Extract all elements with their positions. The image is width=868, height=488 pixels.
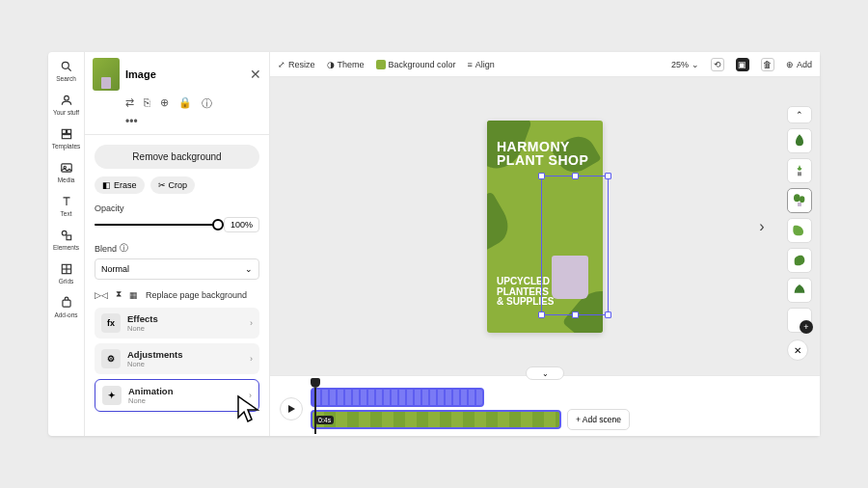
align-button[interactable]: ≡Align — [468, 60, 495, 69]
svg-point-16 — [800, 196, 804, 203]
timeline: ⌄ 0:4s + Add scene — [270, 375, 820, 436]
thumb-leaf-3[interactable] — [787, 248, 812, 273]
remove-background-button[interactable]: Remove background — [95, 145, 259, 169]
delete-button[interactable]: 🗑 — [761, 58, 774, 71]
chevron-right-icon: › — [250, 318, 253, 328]
svg-rect-9 — [67, 235, 71, 240]
canvas-toolbar: ⤢Resize ◑Theme Background color ≡Align 2… — [270, 52, 820, 77]
opacity-value[interactable]: 100% — [224, 217, 259, 232]
plus-icon: + — [800, 320, 813, 334]
add-scene-button[interactable]: + Add scene — [567, 409, 630, 430]
chevron-right-icon: › — [250, 354, 253, 364]
rail-search[interactable]: Search — [48, 60, 84, 82]
timer-icon[interactable]: ⧗ — [116, 289, 122, 300]
thumb-leaf-1[interactable] — [787, 128, 812, 153]
animation-icon: ✦ — [102, 386, 122, 405]
play-button[interactable] — [280, 397, 303, 420]
selection-thumbnail — [93, 58, 120, 91]
more-options-icon[interactable]: ••• — [85, 115, 269, 134]
thumb-leaf-4[interactable] — [787, 278, 812, 303]
panel-title: Image — [125, 68, 244, 80]
card-title: HARMONY PLANT SHOP — [497, 140, 588, 168]
resize-button[interactable]: ⤢Resize — [278, 60, 315, 69]
svg-point-0 — [62, 62, 68, 68]
adjustments-icon: ⚙ — [101, 349, 121, 368]
bgcolor-button[interactable]: Background color — [376, 60, 456, 69]
rail-templates[interactable]: Templates — [48, 127, 84, 149]
adjustments-row[interactable]: ⚙ AdjustmentsNone › — [95, 343, 259, 374]
playhead[interactable] — [311, 378, 320, 434]
svg-line-1 — [68, 68, 70, 71]
close-panel-icon[interactable]: ✕ — [250, 67, 261, 82]
thumb-add[interactable]: + — [787, 308, 812, 333]
undo-button[interactable]: ⟲ — [711, 58, 724, 71]
svg-rect-3 — [62, 129, 66, 133]
track-element[interactable] — [311, 388, 484, 407]
link-icon[interactable]: ⎘ — [144, 96, 150, 111]
card-subtitle: UPCYCLED PLANTERS & SUPPLIES — [497, 277, 554, 308]
animation-row[interactable]: ✦ AnimationNone › — [95, 379, 259, 412]
replace-bg-icon[interactable]: ▦ — [129, 290, 138, 300]
rail-elements[interactable]: Elements — [48, 229, 84, 251]
thumb-plant-2[interactable] — [787, 188, 812, 213]
flip-icon[interactable]: ⇄ — [125, 96, 134, 111]
next-page-button[interactable]: › — [750, 215, 773, 238]
info-icon[interactable]: ⓘ — [202, 96, 212, 111]
svg-rect-4 — [67, 129, 70, 133]
add-button[interactable]: ⊕Add — [786, 60, 812, 69]
track-scene[interactable]: 0:4s — [311, 410, 561, 429]
thumb-leaf-2[interactable] — [787, 218, 812, 243]
canvas-stage[interactable]: HARMONY PLANT SHOP UPCYCLED PLANTERS & S… — [270, 77, 820, 375]
chevron-right-icon: › — [249, 391, 252, 400]
timeline-toggle[interactable]: ⌄ — [526, 366, 564, 380]
properties-panel: Image ✕ ⇄ ⎘ ⊕ 🔒 ⓘ ••• Remove background … — [85, 52, 270, 436]
close-thumbs-button[interactable]: ✕ — [787, 339, 808, 361]
svg-rect-13 — [62, 300, 69, 307]
left-rail: Search Your stuff Templates Media Text E… — [48, 52, 85, 436]
chevron-down-icon: ⌄ — [245, 264, 253, 274]
svg-rect-14 — [798, 172, 801, 176]
rail-addons[interactable]: Add-ons — [48, 296, 84, 318]
erase-button[interactable]: ◧Erase — [95, 176, 145, 194]
element-thumbnails: ⌃ + ✕ — [787, 106, 812, 361]
svg-rect-17 — [798, 203, 801, 206]
effects-icon: fx — [101, 313, 121, 333]
rail-media[interactable]: Media — [48, 161, 84, 183]
replace-bg-label[interactable]: Replace page background — [146, 290, 247, 300]
svg-point-8 — [62, 230, 67, 235]
blend-label: Blendⓘ — [95, 242, 259, 255]
effects-row[interactable]: fx EffectsNone › — [95, 308, 259, 339]
blend-select[interactable]: Normal⌄ — [95, 258, 259, 280]
theme-button[interactable]: ◑Theme — [327, 60, 365, 69]
thumb-plant-1[interactable] — [787, 158, 812, 183]
opacity-label: Opacity — [95, 203, 259, 213]
svg-point-15 — [794, 194, 800, 202]
rail-grids[interactable]: Grids — [48, 262, 84, 285]
canvas-area: ⤢Resize ◑Theme Background color ≡Align 2… — [270, 52, 820, 436]
rail-text[interactable]: Text — [48, 195, 84, 217]
opacity-slider[interactable] — [95, 224, 218, 226]
preview-button[interactable]: ▣ — [736, 58, 749, 71]
design-card[interactable]: HARMONY PLANT SHOP UPCYCLED PLANTERS & S… — [487, 121, 603, 333]
duplicate-icon[interactable]: ⊕ — [160, 96, 169, 111]
flip-h-icon[interactable]: ▷◁ — [95, 290, 108, 300]
zoom-select[interactable]: 25%⌄ — [671, 60, 699, 69]
crop-button[interactable]: ✂Crop — [150, 176, 196, 194]
collapse-thumbs-button[interactable]: ⌃ — [787, 106, 812, 123]
svg-rect-5 — [62, 135, 70, 139]
svg-point-2 — [64, 95, 68, 100]
rail-your-stuff[interactable]: Your stuff — [48, 94, 84, 116]
lock-icon[interactable]: 🔒 — [178, 96, 192, 111]
